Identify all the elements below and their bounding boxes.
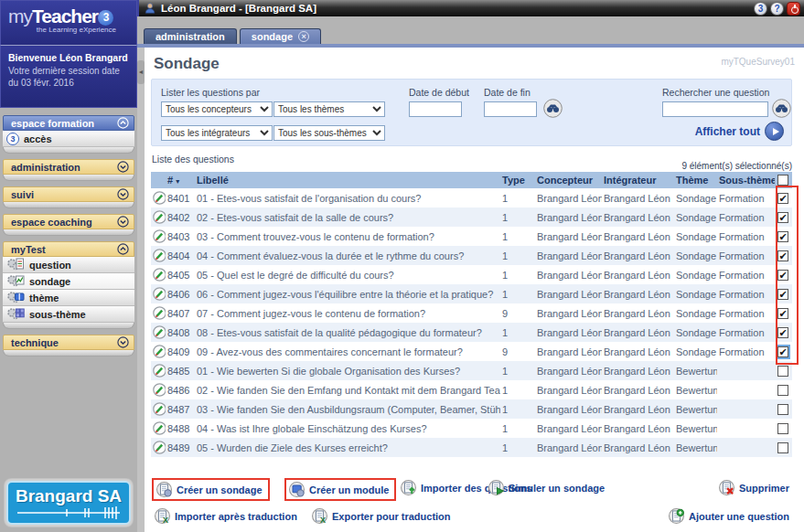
sidebar-section-espace-coaching[interactable]: espace coaching: [3, 214, 134, 229]
cr-er-un-sondage-button[interactable]: Créer un sondage: [152, 478, 270, 501]
sidebar-section-suivi[interactable]: suivi: [3, 186, 134, 202]
sidebar-section-espace-formation[interactable]: espace formation: [3, 115, 134, 131]
collapse-sidebar-icon[interactable]: ◄: [137, 60, 145, 84]
chevron-up-icon[interactable]: [117, 243, 129, 255]
user-icon: [144, 2, 156, 15]
edit-question-icon[interactable]: [151, 210, 166, 224]
select-all-checkbox[interactable]: [777, 175, 788, 186]
question-concepteur: Brangard Léon: [535, 250, 602, 261]
filter-select-integrateurs[interactable]: Tous les intégrateurs: [161, 125, 273, 141]
simuler-un-sondage-button[interactable]: Simuler un sondage: [486, 478, 607, 497]
sidebar-item-acc-s[interactable]: 3accès: [3, 131, 134, 147]
row-checkbox[interactable]: [777, 385, 788, 396]
question-sous-theme: Formation: [717, 231, 775, 242]
section-tray: [3, 147, 134, 154]
row-checkbox[interactable]: ✔: [777, 231, 788, 242]
edit-question-icon[interactable]: [151, 364, 166, 378]
question-concepteur: Brangard Léon: [535, 442, 602, 453]
chevron-up-icon[interactable]: [117, 117, 129, 129]
tab-administration[interactable]: administration: [144, 28, 237, 44]
date-end-input[interactable]: [484, 101, 537, 117]
row-checkbox[interactable]: [777, 366, 788, 377]
row-checkbox[interactable]: ✔: [777, 289, 788, 300]
row-checkbox[interactable]: ✔: [777, 250, 788, 261]
edit-question-icon[interactable]: [151, 441, 166, 454]
supprimer-button[interactable]: Supprimer: [716, 478, 792, 497]
chevron-down-icon[interactable]: [117, 336, 129, 348]
close-tab-icon[interactable]: ×: [298, 31, 309, 42]
sidebar-section-administration[interactable]: administration: [3, 159, 134, 175]
row-checkbox[interactable]: ✔: [777, 327, 788, 338]
nav-section-suivi: suivi: [3, 186, 134, 208]
question-theme: Sondage: [674, 250, 717, 261]
row-checkbox[interactable]: ✔: [777, 270, 788, 281]
row-checkbox[interactable]: [777, 423, 788, 434]
question-id: 8488: [166, 423, 195, 434]
date-search-binoculars-icon[interactable]: [543, 99, 563, 118]
row-checkbox[interactable]: ✔: [777, 212, 788, 223]
row-checkbox[interactable]: [777, 404, 788, 415]
sidebar-item-sous-th-me[interactable]: sous-thème: [3, 306, 134, 323]
col-libelle[interactable]: Libellé: [195, 175, 500, 186]
edit-question-icon[interactable]: [151, 345, 166, 358]
edit-question-icon[interactable]: [151, 306, 166, 320]
sidebar-item-question[interactable]: question: [3, 257, 134, 273]
col-id[interactable]: # ▾: [166, 175, 195, 186]
section-label: technique: [11, 337, 59, 348]
filter-select-concepteurs[interactable]: Tous les concepteurs: [161, 101, 273, 117]
sidebar-splitter[interactable]: ◄: [137, 48, 145, 532]
version-icon[interactable]: 3: [754, 2, 767, 16]
button-label: Supprimer: [739, 483, 789, 494]
edit-question-icon[interactable]: [151, 383, 166, 397]
col-theme[interactable]: Thème: [674, 175, 717, 186]
row-checkbox[interactable]: ✔: [777, 346, 788, 357]
question-type: 1: [500, 212, 535, 223]
question-type: 1: [500, 231, 535, 242]
question-integrateur: Brangard Léon: [602, 270, 674, 281]
cr-er-un-module-button[interactable]: Créer un module: [284, 478, 396, 501]
row-checkbox[interactable]: ✔: [777, 308, 788, 319]
search-question-input[interactable]: [662, 101, 768, 117]
section-tray: [3, 229, 134, 236]
chevron-down-icon[interactable]: [117, 188, 129, 200]
show-all-play-icon[interactable]: [765, 122, 784, 141]
sidebar-section-technique[interactable]: technique: [3, 335, 134, 350]
sidebar-item-th-me[interactable]: thème: [3, 290, 134, 306]
row-checkbox[interactable]: ✔: [777, 193, 788, 204]
col-concepteur[interactable]: Concepteur: [535, 175, 602, 186]
col-sous-theme[interactable]: Sous-thème: [717, 175, 775, 186]
exporter-pour-traduction-button[interactable]: XExporter pour traduction: [309, 506, 454, 526]
col-integrateur[interactable]: Intégrateur: [602, 175, 674, 186]
gear-chart-icon: [6, 273, 25, 289]
question-search-binoculars-icon[interactable]: [772, 99, 791, 118]
question-sous-theme: Formation: [717, 212, 775, 223]
sidebar-section-mytest[interactable]: myTest: [3, 241, 134, 257]
edit-question-icon[interactable]: [151, 191, 166, 205]
help-icon[interactable]: ?: [770, 2, 784, 16]
edit-question-icon[interactable]: [151, 249, 166, 262]
logout-power-icon[interactable]: [787, 2, 800, 16]
edit-question-icon[interactable]: [151, 402, 166, 416]
sidebar-item-sondage[interactable]: sondage: [3, 273, 134, 290]
question-type: 1: [500, 270, 535, 281]
filter-select-sous-themes[interactable]: Tous les sous-thèmes: [273, 125, 385, 141]
window-title: Léon Brangard - [Brangard SA]: [161, 3, 749, 14]
table-row: 840707 - Comment jugez-vous le contenu d…: [151, 303, 792, 323]
question-concepteur: Brangard Léon: [535, 385, 602, 396]
edit-question-icon[interactable]: [151, 268, 166, 282]
importer-apr-s-traduction-button[interactable]: XImporter après traduction: [152, 506, 300, 526]
edit-question-icon[interactable]: [151, 325, 166, 339]
date-start-input[interactable]: [409, 101, 462, 117]
row-checkbox[interactable]: [777, 442, 788, 453]
ajouter-une-question-button[interactable]: Ajouter une question: [666, 506, 792, 526]
filter-select-themes[interactable]: Tous les thèmes: [273, 101, 385, 117]
col-type[interactable]: Type: [500, 175, 535, 186]
edit-question-icon[interactable]: [151, 421, 166, 435]
chevron-down-icon[interactable]: [117, 161, 129, 173]
edit-question-icon[interactable]: [151, 287, 166, 301]
tab-sondage[interactable]: sondage×: [240, 28, 321, 44]
show-all-button[interactable]: Afficher tout: [695, 125, 760, 138]
question-sous-theme: Formation: [717, 270, 775, 281]
edit-question-icon[interactable]: [151, 229, 166, 243]
chevron-down-icon[interactable]: [117, 216, 129, 228]
